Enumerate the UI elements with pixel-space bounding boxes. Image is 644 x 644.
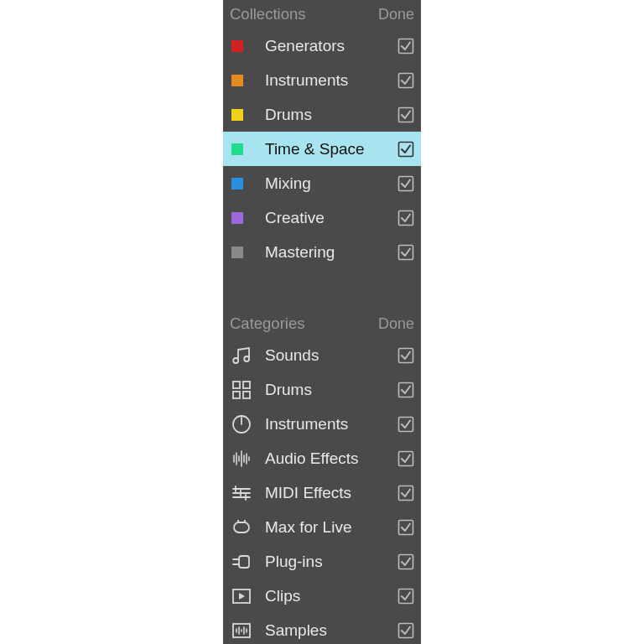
color-swatch xyxy=(231,143,243,155)
clips-icon xyxy=(230,584,253,608)
checkbox-icon[interactable] xyxy=(397,347,414,364)
collection-label: Generators xyxy=(265,37,397,55)
svg-point-7 xyxy=(233,358,238,363)
category-row[interactable]: Instruments xyxy=(223,407,421,441)
checkbox-icon[interactable] xyxy=(397,141,414,158)
category-label: Samples xyxy=(265,621,397,640)
checkbox-icon[interactable] xyxy=(397,485,414,501)
category-row[interactable]: Clips xyxy=(223,579,421,613)
color-swatch xyxy=(231,40,243,52)
collection-label: Creative xyxy=(265,209,397,227)
category-label: Max for Live xyxy=(265,518,397,537)
svg-rect-10 xyxy=(233,382,240,388)
collections-title: Collections xyxy=(230,5,306,23)
collection-row[interactable]: Instruments xyxy=(223,63,421,97)
samples-icon xyxy=(230,619,253,642)
collections-done-button[interactable]: Done xyxy=(378,6,414,23)
category-label: Clips xyxy=(265,587,397,605)
collection-row[interactable]: Mastering xyxy=(223,235,421,269)
checkbox-icon[interactable] xyxy=(397,38,414,55)
collection-row[interactable]: Drums xyxy=(223,97,421,132)
checkbox-icon[interactable] xyxy=(397,553,414,570)
svg-rect-13 xyxy=(243,392,250,398)
svg-rect-12 xyxy=(233,392,240,398)
svg-rect-11 xyxy=(243,382,250,388)
max-for-live-icon xyxy=(230,516,253,539)
category-label: Sounds xyxy=(265,346,397,365)
checkbox-icon[interactable] xyxy=(397,519,414,536)
color-swatch xyxy=(231,109,243,121)
checkbox-icon[interactable] xyxy=(397,106,414,123)
collections-list: Generators Instruments Drums Time & Spac… xyxy=(223,29,421,269)
browser-panel: Collections Done Generators Instruments … xyxy=(223,0,421,644)
svg-point-8 xyxy=(244,356,249,361)
category-label: Instruments xyxy=(265,415,397,434)
checkbox-icon[interactable] xyxy=(397,72,414,89)
sounds-icon xyxy=(230,344,253,367)
collection-row[interactable]: Time & Space xyxy=(223,132,421,166)
collection-label: Time & Space xyxy=(265,140,397,158)
checkbox-icon[interactable] xyxy=(397,382,414,398)
category-label: Audio Effects xyxy=(265,449,397,468)
category-row[interactable]: Audio Effects xyxy=(223,441,421,475)
category-row[interactable]: Samples xyxy=(223,613,421,644)
categories-header: Categories Done xyxy=(223,309,421,338)
section-gap xyxy=(223,269,421,309)
checkbox-icon[interactable] xyxy=(397,416,414,433)
category-row[interactable]: Plug-ins xyxy=(223,544,421,579)
category-row[interactable]: Sounds xyxy=(223,338,421,372)
plug-ins-icon xyxy=(230,550,253,574)
collections-header: Collections Done xyxy=(223,0,421,29)
color-swatch xyxy=(231,75,243,86)
collection-label: Drums xyxy=(265,106,397,124)
category-row[interactable]: Drums xyxy=(223,372,421,407)
svg-rect-19 xyxy=(234,522,249,532)
collection-label: Mixing xyxy=(265,174,397,193)
category-row[interactable]: Max for Live xyxy=(223,510,421,544)
categories-list: Sounds Drums Instruments Audio Effects M… xyxy=(223,338,421,644)
category-label: Plug-ins xyxy=(265,553,397,571)
checkbox-icon[interactable] xyxy=(397,210,414,226)
categories-title: Categories xyxy=(230,314,304,333)
checkbox-icon[interactable] xyxy=(397,588,414,605)
checkbox-icon[interactable] xyxy=(397,450,414,467)
collection-row[interactable]: Generators xyxy=(223,29,421,63)
collection-label: Mastering xyxy=(265,243,397,262)
checkbox-icon[interactable] xyxy=(397,175,414,192)
collection-row[interactable]: Mixing xyxy=(223,166,421,200)
drums-icon xyxy=(230,378,253,402)
category-row[interactable]: MIDI Effects xyxy=(223,475,421,510)
color-swatch xyxy=(231,178,243,190)
checkbox-icon[interactable] xyxy=(397,622,414,639)
instruments-icon xyxy=(230,413,253,436)
categories-done-button[interactable]: Done xyxy=(378,315,414,333)
color-swatch xyxy=(231,247,243,258)
collection-label: Instruments xyxy=(265,71,397,90)
category-label: Drums xyxy=(265,381,397,399)
collection-row[interactable]: Creative xyxy=(223,200,421,235)
audio-effects-icon xyxy=(230,447,253,470)
category-label: MIDI Effects xyxy=(265,484,397,502)
checkbox-icon[interactable] xyxy=(397,244,414,261)
svg-rect-21 xyxy=(239,556,249,568)
midi-effects-icon xyxy=(230,481,253,505)
color-swatch xyxy=(231,212,243,224)
